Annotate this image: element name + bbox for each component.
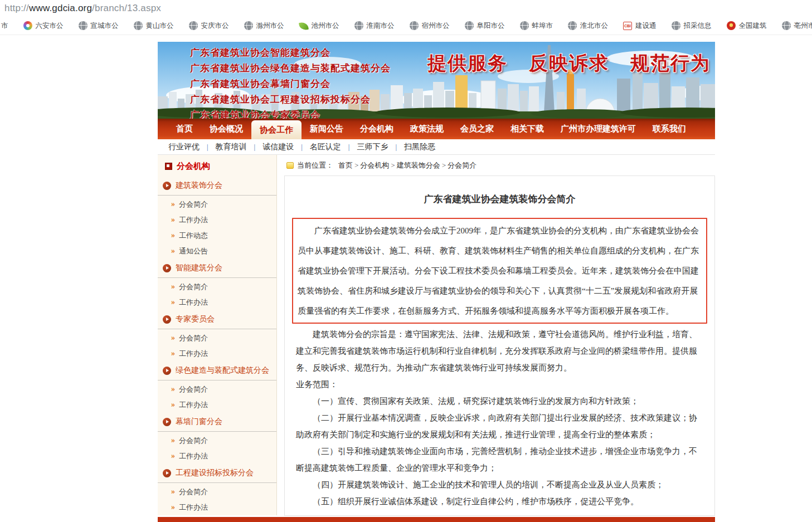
breadcrumb-link[interactable]: 分会简介 [448,161,476,169]
sidebar-item-label: 工作办法 [179,215,208,225]
sidebar-item[interactable]: » 工作办法 [158,500,276,515]
sidebar-menu: 建筑装饰分会 » 分会简介 » 工作办法 » 工作动态 » 通知公告 智能建筑分… [158,177,276,515]
nav-item[interactable]: 分会机构 [352,119,402,139]
globe-icon [520,21,529,30]
double-arrow-icon: » [171,437,175,445]
footer-bar [158,517,715,522]
globe-icon [782,21,791,30]
double-arrow-icon: » [171,386,175,393]
article-paragraph: 广东省建筑业协会建筑装饰分会成立于2009年，是广东省建筑业协会的分支机构，由广… [298,221,702,321]
breadcrumb-separator: > [442,161,446,169]
bookmark-item[interactable]: 宣城市公 [79,21,119,31]
subnav-item[interactable]: 扫黑除恶 [397,142,443,152]
highlighted-paragraph-box[interactable]: 广东省建筑业协会建筑装饰分会成立于2009年，是广东省建筑业协会的分支机构，由广… [292,218,707,324]
nav-item[interactable]: 联系我们 [644,119,694,139]
sidebar-section-label: 智能建筑分会 [176,263,222,273]
bookmark-label: 六安市公 [36,21,64,31]
emblem-icon [727,21,736,30]
sidebar-item[interactable]: » 分会简介 [158,279,276,295]
bookmark-item[interactable]: 黄山市公 [134,21,174,31]
play-circle-icon [163,264,171,272]
bookmark-label: 市 [1,21,8,31]
sidebar-item[interactable]: » 分会简介 [158,433,276,448]
sidebar-section-title[interactable]: 建筑装饰分会 [158,177,276,193]
bookmark-item[interactable]: 阜阳市公 [465,21,505,31]
banner-slogan-word: 规范行为 [630,51,711,76]
bookmark-item[interactable]: 全国建筑 [727,21,767,31]
bookmark-label: 建设通 [635,21,657,31]
sidebar-section: 专家委员会 » 分会简介 » 工作办法 [158,310,276,362]
subnav-item[interactable]: 行业评优 [161,142,207,152]
divider [158,195,276,196]
nav-item[interactable]: 政策法规 [402,119,452,139]
sidebar-item[interactable]: » 工作办法 [158,397,276,413]
bookmark-item[interactable]: 蚌埠市 [520,21,553,31]
nav-item[interactable]: 会员之家 [452,119,502,139]
sidebar: 分会机构 建筑装饰分会 » 分会简介 » 工作办法 » 工作动态 » 通知公告 … [158,155,277,515]
bookmark-item[interactable]: 淮北市公 [568,21,608,31]
sidebar-item[interactable]: » 分会简介 [158,382,276,397]
sidebar-section-items: » 分会简介 » 工作办法 [158,330,276,362]
bookmark-item[interactable]: 亳州市 [782,21,812,31]
bookmark-item[interactable]: 宿州市公 [410,21,450,31]
bookmark-item[interactable]: 招采信息 [672,21,712,31]
sidebar-item[interactable]: » 工作办法 [158,295,276,310]
banner-org-line: 广东省建筑业协会专家委员会 [190,108,391,119]
bookmark-label: 阜阳市公 [477,21,505,31]
bookmark-label: 池州市公 [312,21,339,31]
nav-item[interactable]: 协会概况 [201,119,251,139]
sidebar-section-title[interactable]: 智能建筑分会 [158,259,276,276]
sidebar-item-label: 分会简介 [179,436,208,446]
nav-item[interactable]: 协会工作 [251,120,302,139]
article-panel: 广东省建筑业协会建筑装饰分会简介 广东省建筑业协会建筑装饰分会成立于2009年，… [284,175,715,516]
bookmark-item[interactable]: 淮南市公 [354,21,395,31]
double-arrow-icon: » [171,488,175,496]
browser-window: http://www.gdcia.org/branch/13.aspx 市 六安… [0,0,812,522]
article-paragraph: （一）宣传、贯彻国家有关政策、法规，研究探讨建筑装饰行业的发展方向和方针政策； [296,393,703,409]
sidebar-section-title[interactable]: 专家委员会 [158,310,276,327]
sidebar-item[interactable]: » 工作办法 [158,212,276,228]
bookmarks-bar: 市 六安市公 宣城市公 黄山市公 安庆市公 滁州市公 池州市公 淮南市公 宿州市… [0,17,812,35]
breadcrumb-link[interactable]: 建筑装饰分会 [397,161,440,169]
globe-icon [410,21,419,30]
bookmark-item[interactable]: CBI 建设通 [623,21,657,31]
globe-icon [672,21,680,30]
bookmark-item[interactable]: 安庆市公 [189,21,229,31]
double-arrow-icon: » [171,452,175,460]
nav-item[interactable]: 广州市办理建筑许可 [552,119,644,139]
globe-icon [134,21,143,30]
bookmark-item[interactable]: 市 [1,21,8,31]
sidebar-item[interactable]: » 工作办法 [158,448,276,464]
breadcrumb-separator: > [391,161,395,169]
nav-item[interactable]: 相关下载 [502,119,552,139]
banner-slogan-word: 反映诉求 [529,51,609,76]
sidebar-section-label: 建筑装饰分会 [176,180,222,191]
subnav-item[interactable]: 三师下乡 [349,142,395,152]
nav-item[interactable]: 新闻公告 [302,119,352,139]
sidebar-item[interactable]: » 分会简介 [158,330,276,346]
bookmark-item[interactable]: 滁州市公 [244,21,284,31]
address-bar[interactable]: http://www.gdcia.org/branch/13.aspx [0,0,812,17]
sidebar-item[interactable]: » 工作动态 [158,228,276,243]
nav-item[interactable]: 首页 [168,119,201,139]
sidebar-item[interactable]: » 分会简介 [158,484,276,500]
sidebar-item[interactable]: » 通知公告 [158,243,276,259]
bookmark-item[interactable]: 六安市公 [23,21,64,31]
sidebar-section-title[interactable]: 工程建设招标投标分会 [158,464,276,481]
sidebar-section: 绿色建造与装配式建筑分会 » 分会简介 » 工作办法 [158,362,276,413]
double-arrow-icon: » [171,334,175,342]
breadcrumb-link[interactable]: 首页 [338,161,353,169]
sidebar-section-title[interactable]: 幕墙门窗分会 [158,413,276,430]
breadcrumb-link[interactable]: 分会机构 [360,161,389,169]
sidebar-section-items: » 分会简介 » 工作办法 [158,382,276,413]
subnav-item[interactable]: 诚信建设 [255,142,301,152]
bookmark-item[interactable]: 池州市公 [299,21,339,31]
sidebar-section-label: 工程建设招标投标分会 [176,468,254,478]
subnav-item[interactable]: 教育培训 [208,142,254,152]
sidebar-section-items: » 分会简介 » 工作办法 [158,484,276,515]
sidebar-item[interactable]: » 工作办法 [158,346,276,362]
sidebar-section-title[interactable]: 绿色建造与装配式建筑分会 [158,362,276,378]
article-paragraph: 业务范围： [296,376,703,393]
subnav-item[interactable]: 名匠认定 [303,142,348,152]
sidebar-item[interactable]: » 分会简介 [158,197,276,212]
